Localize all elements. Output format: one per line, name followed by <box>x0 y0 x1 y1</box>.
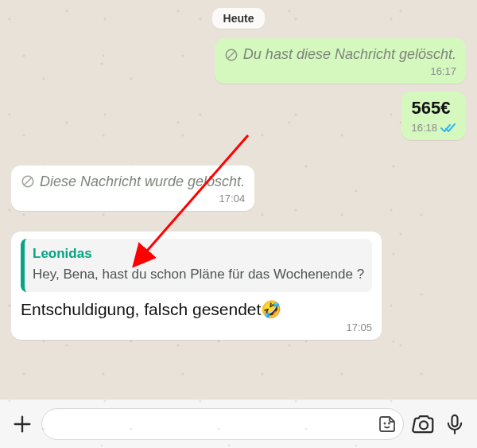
message-out-deleted[interactable]: Du hast diese Nachricht gelöscht. 16:17 <box>215 38 466 84</box>
svg-line-1 <box>227 51 235 58</box>
message-meta: 17:04 <box>21 193 245 206</box>
deleted-indicator: Diese Nachricht wurde gelöscht. <box>21 173 245 191</box>
read-ticks-icon <box>440 123 456 134</box>
message-time: 17:04 <box>219 193 246 206</box>
quote-sender: Leonidas <box>33 245 364 263</box>
microphone-icon <box>444 413 466 435</box>
message-in-reply[interactable]: Leonidas Hey, Bena, hast du schon Pläne … <box>11 232 382 340</box>
message-text: 565€ <box>411 97 456 120</box>
message-text: Entschuldigung, falsch gesendet🤣 <box>21 298 372 320</box>
message-in-deleted[interactable]: Diese Nachricht wurde gelöscht. 17:04 <box>11 166 254 211</box>
message-time: 16:18 <box>411 122 437 135</box>
message-time: 16:17 <box>430 65 456 79</box>
camera-icon <box>412 412 436 436</box>
composer-bar <box>0 399 477 448</box>
message-time: 17:05 <box>347 321 373 335</box>
svg-point-7 <box>384 423 385 423</box>
chat-viewport: Heute Du hast diese Nachricht gelöscht. … <box>0 0 477 448</box>
sticker-icon <box>378 415 397 434</box>
messages-area: Heute Du hast diese Nachricht gelöscht. … <box>0 0 477 399</box>
message-input-container[interactable] <box>41 408 404 440</box>
no-entry-icon <box>21 174 35 189</box>
date-separator: Heute <box>212 8 266 29</box>
deleted-text: Du hast diese Nachricht gelöscht. <box>243 45 456 64</box>
message-meta: 17:05 <box>21 321 372 335</box>
svg-point-8 <box>389 423 390 423</box>
voice-button[interactable] <box>444 413 466 435</box>
message-input[interactable] <box>53 417 374 431</box>
svg-rect-10 <box>452 415 458 426</box>
quote-text: Hey, Bena, hast du schon Pläne für das W… <box>33 266 364 284</box>
sticker-button[interactable] <box>378 415 397 434</box>
no-entry-icon <box>224 48 238 62</box>
plus-icon <box>11 413 33 435</box>
quoted-message[interactable]: Leonidas Hey, Bena, hast du schon Pläne … <box>21 239 372 292</box>
deleted-text: Diese Nachricht wurde gelöscht. <box>40 173 245 191</box>
message-meta: 16:18 <box>411 122 456 135</box>
svg-point-9 <box>420 421 428 429</box>
camera-button[interactable] <box>412 412 436 436</box>
attach-button[interactable] <box>11 413 33 435</box>
deleted-indicator: Du hast diese Nachricht gelöscht. <box>224 45 456 64</box>
message-out-money[interactable]: 565€ 16:18 <box>401 92 466 139</box>
message-meta: 16:17 <box>224 65 456 79</box>
svg-line-3 <box>25 178 32 185</box>
